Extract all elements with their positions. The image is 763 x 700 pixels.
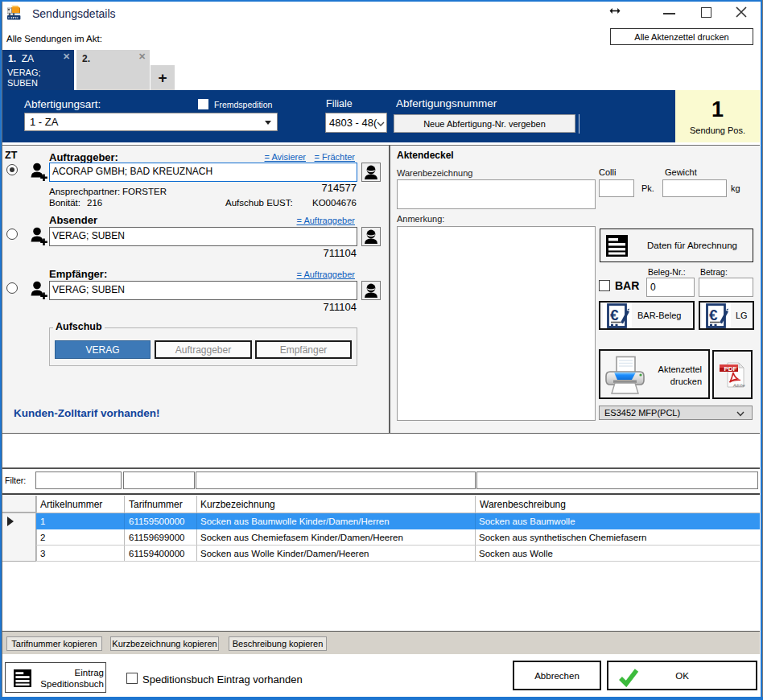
svg-text:€: € [709, 307, 718, 323]
svg-text:Adobe: Adobe [732, 383, 745, 388]
svg-text:€: € [610, 307, 619, 323]
svg-text:PDF: PDF [724, 365, 737, 373]
